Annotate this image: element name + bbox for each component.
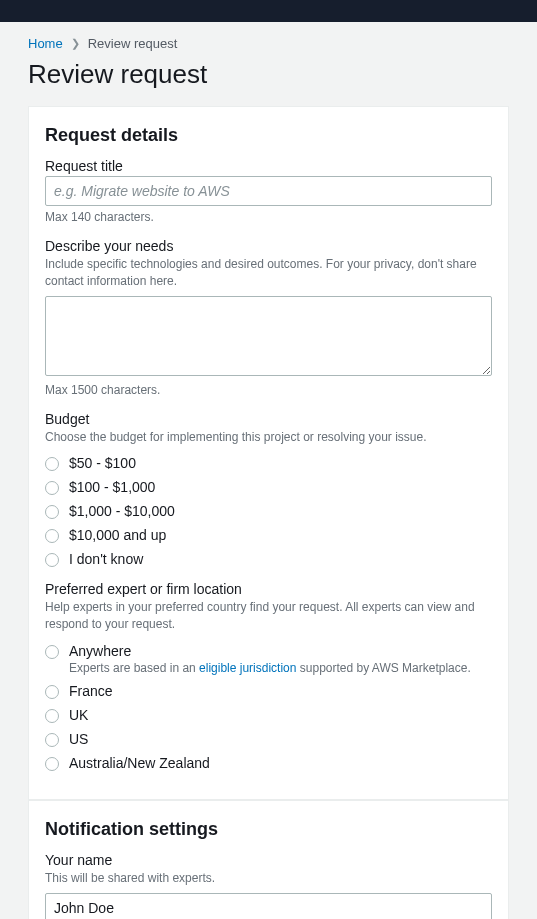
budget-desc: Choose the budget for implementing this … xyxy=(45,429,492,446)
page-title: Review request xyxy=(28,59,509,90)
request-details-heading: Request details xyxy=(45,125,492,146)
budget-option[interactable]: $100 - $1,000 xyxy=(69,479,155,495)
budget-option[interactable]: $1,000 - $10,000 xyxy=(69,503,175,519)
top-nav-bar xyxy=(0,0,537,22)
radio-icon[interactable] xyxy=(45,553,59,567)
describe-label: Describe your needs xyxy=(45,238,492,254)
request-title-field: Request title Max 140 characters. xyxy=(45,158,492,224)
budget-field: Budget Choose the budget for implementin… xyxy=(45,411,492,568)
radio-icon[interactable] xyxy=(45,645,59,659)
location-option[interactable]: UK xyxy=(69,707,88,723)
request-details-panel: Request details Request title Max 140 ch… xyxy=(28,106,509,800)
chevron-right-icon: ❯ xyxy=(71,37,80,50)
request-title-help: Max 140 characters. xyxy=(45,210,492,224)
location-anywhere-sub: Experts are based in an eligible jurisdi… xyxy=(69,661,471,675)
eligible-jurisdiction-link[interactable]: eligible jurisdiction xyxy=(199,661,296,675)
breadcrumb: Home ❯ Review request xyxy=(28,22,509,59)
radio-icon[interactable] xyxy=(45,733,59,747)
location-option[interactable]: US xyxy=(69,731,88,747)
location-option-anywhere[interactable]: Anywhere xyxy=(69,643,131,659)
radio-icon[interactable] xyxy=(45,505,59,519)
radio-icon[interactable] xyxy=(45,457,59,471)
notification-settings-panel: Notification settings Your name This wil… xyxy=(28,800,509,919)
location-sub-text: supported by AWS Marketplace. xyxy=(296,661,470,675)
budget-option[interactable]: I don't know xyxy=(69,551,143,567)
budget-option[interactable]: $10,000 and up xyxy=(69,527,166,543)
request-title-input[interactable] xyxy=(45,176,492,206)
radio-icon[interactable] xyxy=(45,481,59,495)
name-label: Your name xyxy=(45,852,492,868)
name-input[interactable] xyxy=(45,893,492,919)
location-radio-group: Anywhere Experts are based in an eligibl… xyxy=(45,643,492,771)
location-option[interactable]: Australia/New Zealand xyxy=(69,755,210,771)
radio-icon[interactable] xyxy=(45,685,59,699)
describe-field: Describe your needs Include specific tec… xyxy=(45,238,492,397)
budget-option[interactable]: $50 - $100 xyxy=(69,455,136,471)
breadcrumb-home-link[interactable]: Home xyxy=(28,36,63,51)
location-option[interactable]: France xyxy=(69,683,113,699)
describe-desc: Include specific technologies and desire… xyxy=(45,256,492,290)
name-desc: This will be shared with experts. xyxy=(45,870,492,887)
budget-radio-group: $50 - $100 $100 - $1,000 $1,000 - $10,00… xyxy=(45,455,492,567)
location-label: Preferred expert or firm location xyxy=(45,581,492,597)
location-sub-text: Experts are based in an xyxy=(69,661,199,675)
name-field: Your name This will be shared with exper… xyxy=(45,852,492,919)
describe-textarea[interactable] xyxy=(45,296,492,376)
budget-label: Budget xyxy=(45,411,492,427)
radio-icon[interactable] xyxy=(45,529,59,543)
location-field: Preferred expert or firm location Help e… xyxy=(45,581,492,771)
radio-icon[interactable] xyxy=(45,757,59,771)
notification-settings-heading: Notification settings xyxy=(45,819,492,840)
breadcrumb-current: Review request xyxy=(88,36,178,51)
describe-help: Max 1500 characters. xyxy=(45,383,492,397)
radio-icon[interactable] xyxy=(45,709,59,723)
request-title-label: Request title xyxy=(45,158,492,174)
location-desc: Help experts in your preferred country f… xyxy=(45,599,492,633)
